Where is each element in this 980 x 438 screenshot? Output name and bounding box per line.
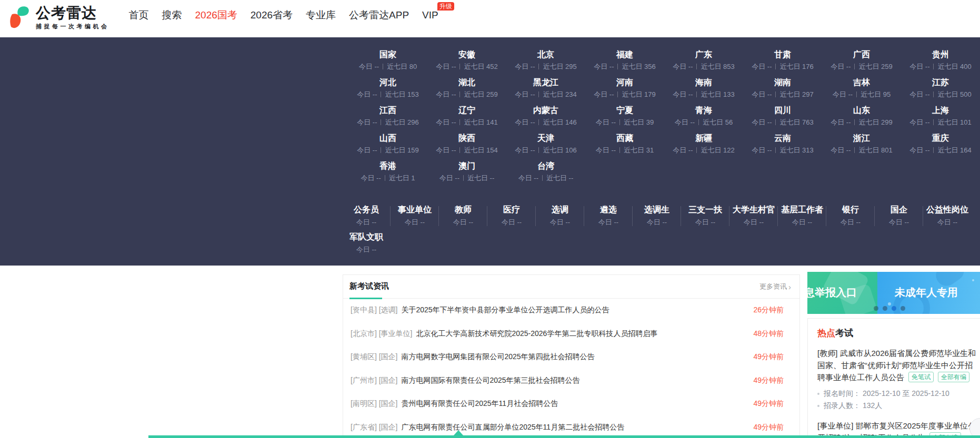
category-cell[interactable]: 医疗 今日 --: [487, 205, 536, 232]
region-cell[interactable]: 台湾 今日 --近七日 --: [506, 161, 585, 189]
region-name: 山西: [348, 134, 427, 143]
category-grid: 公务员 今日 -- 事业单位 今日 -- 教师 今日 -- 医疗 今日 -- 选…: [342, 205, 974, 259]
dot-shape-icon: [888, 302, 891, 305]
nav-item[interactable]: 搜索: [162, 8, 182, 22]
region-cell[interactable]: 重庆 今日 --近七日 164: [901, 134, 980, 161]
category-cell[interactable]: 银行 今日 --: [826, 205, 875, 232]
category-cell[interactable]: 国企 今日 --: [875, 205, 923, 232]
category-name: 银行: [826, 205, 875, 215]
region-cell[interactable]: 山西 今日 --近七日 159: [348, 134, 427, 161]
category-name: 选调: [536, 205, 584, 215]
region-cell[interactable]: 贵州 今日 --近七日 400: [901, 50, 980, 78]
carousel-dot[interactable]: [901, 306, 905, 311]
category-cell[interactable]: 事业单位 今日 --: [391, 205, 439, 232]
news-item-tags: [北京市] [事业单位]: [351, 329, 412, 339]
news-item[interactable]: [资中县] [选调] 关于2025年下半年资中县部分事业单位公开选调工作人员的公…: [344, 299, 798, 322]
carousel-dot[interactable]: [883, 306, 887, 311]
category-cell[interactable]: 选调生 今日 --: [633, 205, 681, 232]
region-cell[interactable]: 西藏 今日 --近七日 31: [585, 134, 664, 161]
region-cell[interactable]: 四川 今日 --近七日 763: [743, 106, 822, 134]
category-stat: 今日 --: [391, 218, 439, 227]
nav-item[interactable]: 专业库: [306, 8, 336, 22]
region-stats: 今日 --近七日 299: [822, 118, 901, 127]
news-card: 新考试资讯 更多资讯 › [资中县] [选调] 关于2025年下半年资中县部分事…: [343, 274, 800, 438]
hot-items: [教师] 武威市从2026届省属公费师范毕业生和国家、甘肃省“优师计划”师范毕业…: [817, 347, 977, 438]
region-stats: 今日 --近七日 295: [506, 62, 585, 72]
region-cell[interactable]: 上海 今日 --近七日 101: [901, 106, 980, 134]
divider: [775, 91, 776, 97]
region-cell[interactable]: 天津 今日 --近七日 106: [506, 134, 585, 161]
region-cell[interactable]: 新疆 今日 --近七日 122: [664, 134, 743, 161]
category-cell[interactable]: 基层工作者 今日 --: [778, 205, 826, 232]
region-cell[interactable]: 浙江 今日 --近七日 801: [822, 134, 901, 161]
news-item-title: 北京化工大学高新技术研究院2025-2026学年第二批专职科技人员招聘启事: [416, 329, 657, 339]
region-cell[interactable]: 广西 今日 --近七日 259: [822, 50, 901, 78]
carousel-dot[interactable]: [874, 306, 878, 311]
region-cell[interactable]: 江西 今日 --近七日 296: [348, 106, 427, 134]
region-cell[interactable]: 青海 今日 --近七日 56: [664, 106, 743, 134]
category-stat: 今日 --: [439, 218, 487, 227]
nav-item[interactable]: 2026省考: [251, 8, 293, 22]
nav-item[interactable]: VIP升级: [422, 9, 438, 21]
region-cell[interactable]: 河北 今日 --近七日 153: [348, 78, 427, 106]
carousel-dot[interactable]: [892, 306, 896, 311]
category-cell[interactable]: 公务员 今日 --: [342, 205, 391, 232]
category-cell[interactable]: 大学生村官 今日 --: [729, 205, 778, 232]
category-cell[interactable]: 遴选 今日 --: [584, 205, 633, 232]
region-cell[interactable]: 国家 今日 --近七日 80: [348, 50, 427, 78]
region-cell[interactable]: 湖北 今日 --近七日 259: [427, 78, 506, 106]
region-cell[interactable]: 山东 今日 --近七日 299: [822, 106, 901, 134]
region-cell[interactable]: 黑龙江 今日 --近七日 234: [506, 78, 585, 106]
region-stats: 今日 --近七日 1: [348, 174, 427, 183]
region-cell[interactable]: 内蒙古 今日 --近七日 146: [506, 106, 585, 134]
news-item[interactable]: [黄埔区] [国企] 南方电网数字电网集团有限公司2025年第四批社会招聘公告 …: [344, 345, 798, 369]
region-cell[interactable]: 河南 今日 --近七日 179: [585, 78, 664, 106]
region-stats: 今日 --近七日 31: [585, 146, 664, 155]
region-stats: 今日 --近七日 313: [743, 146, 822, 155]
banner-slide-report[interactable]: 息举报入口: [807, 272, 877, 314]
divider: [619, 147, 620, 153]
region-cell[interactable]: 海南 今日 --近七日 133: [664, 78, 743, 106]
region-cell[interactable]: 江苏 今日 --近七日 500: [901, 78, 980, 106]
region-stats: 今日 --近七日 106: [506, 146, 585, 155]
site-logo[interactable]: 公考雷达 捕捉每一次考编机会: [9, 5, 109, 33]
news-item[interactable]: [南明区] [国企] 贵州电网有限责任公司2025年11月社会招聘公告 49分钟…: [344, 392, 798, 416]
news-item[interactable]: [北京市] [事业单位] 北京化工大学高新技术研究院2025-2026学年第二批…: [344, 322, 798, 346]
news-more-link[interactable]: 更多资讯 ›: [759, 282, 791, 291]
region-cell[interactable]: 湖南 今日 --近七日 297: [743, 78, 822, 106]
region-name: 青海: [664, 106, 743, 115]
region-cell[interactable]: 北京 今日 --近七日 295: [506, 50, 585, 78]
hot-item[interactable]: [教师] 武威市从2026届省属公费师范毕业生和国家、甘肃省“优师计划”师范毕业…: [817, 347, 977, 412]
category-stat: 今日 --: [342, 218, 391, 227]
hot-item-meta: 报名时间： 2025-12-10 至 2025-12-10招录人数： 132人: [817, 388, 977, 412]
region-cell[interactable]: 安徽 今日 --近七日 452: [427, 50, 506, 78]
category-cell[interactable]: 三支一扶 今日 --: [681, 205, 729, 232]
region-cell[interactable]: 宁夏 今日 --近七日 39: [585, 106, 664, 134]
nav-item[interactable]: 公考雷达APP: [349, 8, 409, 22]
nav-item[interactable]: 首页: [129, 8, 149, 22]
divider: [856, 91, 857, 97]
region-cell[interactable]: 甘肃 今日 --近七日 176: [743, 50, 822, 78]
region-cell[interactable]: 福建 今日 --近七日 356: [585, 50, 664, 78]
region-cell[interactable]: 云南 今日 --近七日 313: [743, 134, 822, 161]
region-cell[interactable]: 广东 今日 --近七日 853: [664, 50, 743, 78]
hot-title-highlight: 热点: [817, 328, 835, 338]
divider: [619, 119, 620, 125]
category-cell[interactable]: 教师 今日 --: [439, 205, 487, 232]
region-cell[interactable]: 陕西 今日 --近七日 154: [427, 134, 506, 161]
region-cell[interactable]: 辽宁 今日 --近七日 141: [427, 106, 506, 134]
region-cell[interactable]: 吉林 今日 --近七日 95: [822, 78, 901, 106]
region-cell[interactable]: 澳门 今日 --近七日 --: [427, 161, 506, 189]
news-item-title: 南方电网国际有限责任公司2025年第三批社会招聘公告: [401, 376, 579, 385]
category-cell[interactable]: 军队文职 今日 --: [342, 232, 391, 259]
category-cell[interactable]: 公益性岗位 今日 --: [923, 205, 972, 232]
region-name: 浙江: [822, 134, 901, 143]
nav-item[interactable]: 2026国考: [195, 8, 237, 22]
category-stat: 今日 --: [681, 218, 729, 227]
region-cell[interactable]: 香港 今日 --近七日 1: [348, 161, 427, 189]
news-item[interactable]: [广东省] [国企] 广东电网有限责任公司直属部分单位2025年11月第二批社会…: [344, 416, 798, 438]
news-item[interactable]: [广州市] [国企] 南方电网国际有限责任公司2025年第三批社会招聘公告 49…: [344, 369, 798, 393]
logo-tagline: 捕捉每一次考编机会: [36, 23, 109, 30]
category-cell[interactable]: 选调 今日 --: [536, 205, 584, 232]
region-name: 湖南: [743, 78, 822, 87]
